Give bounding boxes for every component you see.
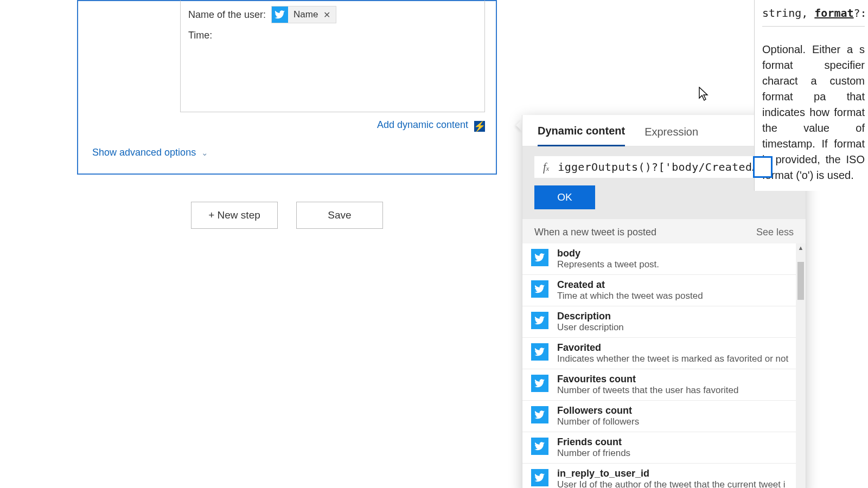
save-button[interactable]: Save bbox=[296, 202, 383, 229]
twitter-icon bbox=[531, 438, 548, 455]
item-desc: Number of friends bbox=[557, 448, 794, 459]
action-card: Name of the user: Name ✕ Time: Add dynam… bbox=[77, 0, 497, 175]
item-title: Followers count bbox=[557, 405, 794, 416]
scroll-up-icon[interactable]: ▲ bbox=[798, 243, 804, 252]
section-title: When a new tweet is posted bbox=[534, 227, 656, 238]
ok-button[interactable]: OK bbox=[534, 185, 595, 209]
sig-param: format bbox=[814, 7, 853, 20]
new-step-button[interactable]: + New step bbox=[191, 202, 278, 229]
item-text: Created atTime at which the tweet was po… bbox=[557, 279, 794, 301]
tab-dynamic-content[interactable]: Dynamic content bbox=[538, 125, 625, 146]
item-text: bodyRepresents a tweet post. bbox=[557, 248, 794, 270]
item-text: Followers countNumber of followers bbox=[557, 405, 794, 427]
twitter-icon bbox=[531, 469, 548, 486]
popup-caret bbox=[516, 119, 522, 131]
sig-suffix: ?: str bbox=[854, 7, 865, 20]
chevron-down-icon: ⌄ bbox=[201, 148, 208, 158]
tab-expression[interactable]: Expression bbox=[644, 126, 698, 146]
twitter-icon bbox=[531, 249, 548, 266]
dynamic-item[interactable]: DescriptionUser description bbox=[522, 306, 806, 337]
add-dynamic-content-link[interactable]: Add dynamic content ⚡ bbox=[78, 119, 485, 131]
item-desc: User Id of the author of the tweet that … bbox=[557, 479, 794, 488]
dynamic-item[interactable]: Created atTime at which the tweet was po… bbox=[522, 274, 806, 306]
body-line-time: Time: bbox=[188, 30, 477, 41]
item-title: Created at bbox=[557, 279, 794, 291]
dynamic-item-list: bodyRepresents a tweet post.Created atTi… bbox=[522, 243, 806, 488]
item-title: body bbox=[557, 248, 794, 259]
add-dynamic-icon: ⚡ bbox=[474, 121, 485, 132]
footer-buttons: + New step Save bbox=[77, 202, 497, 229]
item-desc: Represents a tweet post. bbox=[557, 259, 794, 270]
doc-signature: string, format?: str bbox=[762, 5, 865, 27]
item-desc: Number of tweets that the user has favor… bbox=[557, 385, 794, 396]
mouse-cursor-icon bbox=[699, 87, 710, 105]
twitter-icon bbox=[531, 406, 548, 423]
see-less-link[interactable]: See less bbox=[756, 227, 794, 238]
message-body-input[interactable]: Name of the user: Name ✕ Time: bbox=[180, 1, 485, 112]
user-label: Name of the user: bbox=[188, 9, 266, 21]
item-title: Favorited bbox=[557, 342, 794, 354]
show-advanced-options-link[interactable]: Show advanced options ⌄ bbox=[92, 147, 208, 158]
item-title: in_reply_to_user_id bbox=[557, 468, 794, 479]
twitter-icon bbox=[272, 7, 288, 23]
twitter-icon bbox=[531, 280, 548, 298]
item-text: FavoritedIndicates whether the tweet is … bbox=[557, 342, 794, 364]
sig-prefix: string, bbox=[762, 7, 814, 20]
expression-caret-highlight bbox=[753, 156, 773, 178]
fx-icon: fx bbox=[543, 161, 549, 174]
item-desc: User description bbox=[557, 322, 794, 333]
dynamic-item[interactable]: Favourites countNumber of tweets that th… bbox=[522, 369, 806, 400]
item-title: Description bbox=[557, 311, 794, 322]
token-label: Name bbox=[293, 9, 318, 20]
scroll-down-icon[interactable]: ▼ bbox=[798, 486, 804, 488]
item-text: Friends countNumber of friends bbox=[557, 436, 794, 459]
dynamic-token-name[interactable]: Name ✕ bbox=[271, 6, 336, 23]
item-text: in_reply_to_user_idUser Id of the author… bbox=[557, 468, 794, 488]
item-desc: Indicates whether the tweet is marked as… bbox=[557, 354, 794, 364]
item-text: Favourites countNumber of tweets that th… bbox=[557, 374, 794, 396]
list-scrollbar[interactable]: ▲ ▼ bbox=[796, 243, 806, 488]
dynamic-item[interactable]: Friends countNumber of friends bbox=[522, 432, 806, 463]
add-dynamic-label: Add dynamic content bbox=[377, 119, 468, 130]
twitter-icon bbox=[531, 343, 548, 361]
body-line-user: Name of the user: Name ✕ bbox=[188, 6, 477, 23]
item-desc: Time at which the tweet was posted bbox=[557, 291, 794, 301]
scroll-thumb[interactable] bbox=[797, 262, 804, 300]
item-title: Favourites count bbox=[557, 374, 794, 385]
dynamic-item[interactable]: Followers countNumber of followers bbox=[522, 400, 806, 432]
remove-token-icon[interactable]: ✕ bbox=[323, 10, 330, 20]
section-header: When a new tweet is posted See less bbox=[522, 219, 806, 243]
dynamic-item[interactable]: in_reply_to_user_idUser Id of the author… bbox=[522, 463, 806, 488]
advanced-label: Show advanced options bbox=[92, 147, 196, 158]
item-text: DescriptionUser description bbox=[557, 311, 794, 333]
twitter-icon bbox=[531, 312, 548, 329]
twitter-icon bbox=[531, 375, 548, 392]
doc-body: Optional. Either a s format specifier ch… bbox=[762, 42, 865, 183]
dynamic-item[interactable]: FavoritedIndicates whether the tweet is … bbox=[522, 337, 806, 369]
dynamic-item[interactable]: bodyRepresents a tweet post. bbox=[522, 243, 806, 274]
item-title: Friends count bbox=[557, 436, 794, 448]
item-desc: Number of followers bbox=[557, 416, 794, 427]
